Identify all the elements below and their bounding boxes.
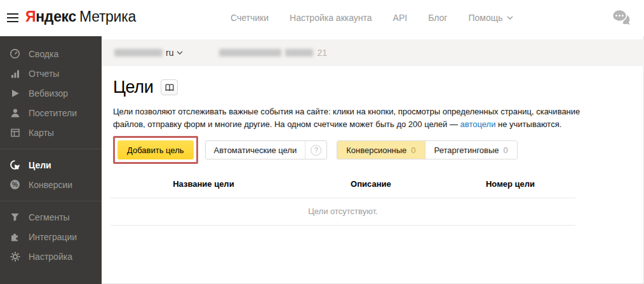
sidebar-item-label: Сегменты bbox=[29, 212, 70, 222]
logo-product: Метрика bbox=[79, 8, 136, 25]
main-content: Цели Цели позволяют отслеживать важные с… bbox=[102, 66, 644, 226]
yandex-metrika-logo[interactable]: ЯндексМетрика bbox=[25, 8, 136, 25]
sidebar-item-settings[interactable]: Настройка bbox=[0, 247, 102, 266]
docs-book-button[interactable] bbox=[161, 79, 178, 95]
sidebar-item-segments[interactable]: Сегменты bbox=[0, 207, 102, 227]
sidebar-item-visitors[interactable]: Посетители bbox=[0, 103, 102, 123]
puzzle-icon bbox=[10, 231, 20, 242]
sidebar-item-label: Цели bbox=[29, 160, 51, 170]
sidebar-item-summary[interactable]: Сводка bbox=[0, 44, 102, 64]
bar-chart-icon bbox=[10, 68, 20, 79]
nav-account-settings[interactable]: Настройка аккаунта bbox=[290, 13, 372, 23]
chat-icon[interactable] bbox=[611, 8, 633, 27]
nav-help[interactable]: Помощь bbox=[468, 13, 513, 23]
sidebar-item-integrations[interactable]: Интеграции bbox=[0, 227, 102, 247]
blurred-site-name bbox=[114, 49, 163, 57]
top-navigation: Счетчики Настройка аккаунта API Блог Пом… bbox=[231, 13, 513, 23]
chevron-down-icon bbox=[507, 16, 513, 20]
empty-state-message: Цели отсутствуют. bbox=[111, 198, 575, 226]
gear-icon bbox=[10, 251, 20, 262]
person-icon bbox=[10, 107, 20, 118]
conversion-goals-label: Конверсионные bbox=[346, 145, 406, 155]
counter-info: 21 bbox=[219, 48, 327, 58]
auto-goals-button-group: Автоматические цели ? bbox=[205, 140, 328, 159]
sidebar-divider bbox=[0, 201, 102, 201]
logo-letter: Я bbox=[25, 8, 36, 25]
add-goal-button[interactable]: Добавить цель bbox=[117, 140, 194, 159]
sidebar-item-label: Настройка bbox=[29, 252, 72, 262]
play-icon bbox=[10, 88, 20, 98]
sidebar-item-label: Посетители bbox=[29, 108, 77, 118]
counter-id-suffix: 21 bbox=[317, 48, 327, 58]
retargeting-goals-count: 0 bbox=[504, 145, 508, 155]
sidebar-item-goals[interactable]: Цели bbox=[0, 155, 102, 175]
percent-icon: % bbox=[10, 179, 20, 190]
retargeting-goals-label: Ретаргетинговые bbox=[434, 145, 499, 155]
sidebar-item-maps[interactable]: Карты bbox=[0, 123, 102, 142]
nav-counters[interactable]: Счетчики bbox=[231, 13, 269, 23]
blurred-counter-name bbox=[219, 49, 281, 57]
sidebar-divider bbox=[0, 149, 102, 149]
sidebar-item-label: Интеграции bbox=[29, 232, 77, 242]
goals-toolbar: Добавить цель Автоматические цели ? Конв… bbox=[113, 136, 644, 164]
auto-goals-help-button[interactable]: ? bbox=[305, 141, 326, 159]
site-selector[interactable]: ru bbox=[114, 48, 183, 58]
description-text: не учитываются. bbox=[495, 119, 561, 129]
goal-icon bbox=[10, 159, 20, 170]
book-icon bbox=[165, 84, 174, 91]
column-header-description: Описание bbox=[297, 179, 445, 189]
goals-table: Название цели Описание Номер цели Цели о… bbox=[111, 179, 575, 226]
funnel-icon bbox=[10, 212, 20, 222]
conversion-goals-toggle[interactable]: Конверсионные 0 bbox=[337, 141, 424, 159]
sidebar-item-conversions[interactable]: % Конверсии bbox=[0, 175, 102, 194]
top-bar: ЯндексМетрика Счетчики Настройка аккаунт… bbox=[0, 0, 644, 36]
hamburger-menu-icon[interactable] bbox=[7, 13, 18, 22]
layout-icon bbox=[10, 127, 20, 138]
sidebar-item-label: Конверсии bbox=[29, 180, 72, 190]
sidebar-item-label: Сводка bbox=[29, 49, 58, 59]
goals-table-header: Название цели Описание Номер цели bbox=[111, 179, 575, 198]
column-header-goal-name: Название цели bbox=[111, 179, 297, 189]
sidebar-item-label: Карты bbox=[29, 128, 54, 138]
annotation-highlight-box: Добавить цель bbox=[113, 136, 198, 164]
nav-help-label: Помощь bbox=[468, 13, 502, 23]
chevron-down-icon bbox=[177, 51, 183, 55]
counter-breadcrumb-bar: ru 21 bbox=[102, 39, 644, 66]
question-mark-icon: ? bbox=[311, 145, 321, 156]
auto-goals-button[interactable]: Автоматические цели bbox=[206, 141, 305, 159]
logo-yandex: ндекс bbox=[36, 8, 76, 25]
svg-text:%: % bbox=[12, 181, 18, 188]
sidebar-item-label: Отчеты bbox=[29, 69, 59, 79]
gauge-icon bbox=[10, 48, 20, 59]
conversion-goals-count: 0 bbox=[411, 145, 415, 155]
nav-api[interactable]: API bbox=[393, 13, 408, 23]
goals-description: Цели позволяют отслеживать важные событи… bbox=[113, 105, 594, 131]
sidebar: Сводка Отчеты Вебвизор Посетители Карты … bbox=[0, 36, 102, 284]
page-title: Цели bbox=[113, 78, 153, 97]
sidebar-item-reports[interactable]: Отчеты bbox=[0, 64, 102, 83]
blurred-counter-id bbox=[285, 49, 313, 57]
goal-type-toggle-group: Конверсионные 0 Ретаргетинговые 0 bbox=[337, 140, 518, 159]
site-tld: ru bbox=[166, 48, 173, 58]
sidebar-item-webvisor[interactable]: Вебвизор bbox=[0, 83, 102, 103]
autogoals-link[interactable]: автоцели bbox=[460, 119, 496, 129]
sidebar-item-label: Вебвизор bbox=[29, 88, 68, 98]
nav-blog[interactable]: Блог bbox=[428, 13, 447, 23]
retargeting-goals-toggle[interactable]: Ретаргетинговые 0 bbox=[425, 141, 517, 159]
column-header-goal-number: Номер цели bbox=[445, 179, 575, 189]
